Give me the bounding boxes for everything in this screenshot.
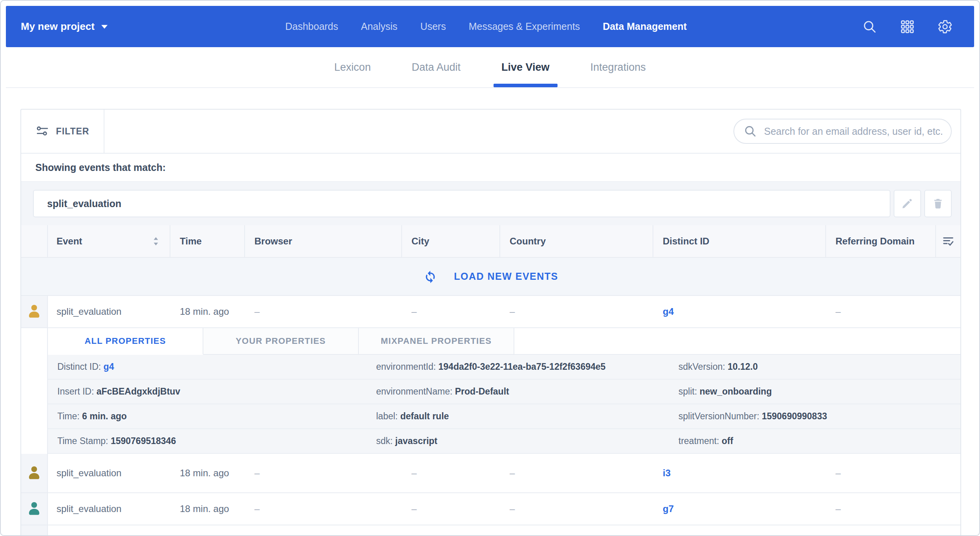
gear-icon[interactable] — [937, 19, 953, 35]
cell-country: – — [500, 454, 653, 492]
cell-country: – — [500, 296, 653, 327]
edit-filter-button[interactable] — [894, 190, 921, 217]
property-value: new_onboarding — [700, 386, 772, 396]
property-value: 1590690990833 — [762, 411, 827, 421]
search-input[interactable] — [763, 125, 947, 138]
property: environmentId: 194da2f0-3e22-11ea-ba75-1… — [367, 362, 669, 372]
header-label: Browser — [254, 236, 292, 247]
property-value: 10.12.0 — [728, 362, 758, 372]
property-row: Time: 6 min. ago label: default rule spl… — [48, 404, 960, 429]
property-row: Insert ID: aFcBEAdgxkdjBtuv environmentN… — [48, 380, 960, 404]
sliders-icon — [36, 125, 49, 138]
distinct-id-link[interactable]: g7 — [663, 503, 674, 514]
filter-button-label: FILTER — [56, 126, 90, 137]
event-details-panel: ALL PROPERTIES YOUR PROPERTIES MIXPANEL … — [21, 328, 960, 454]
load-events-row: LOAD NEW EVENTS — [21, 258, 960, 296]
distinct-id-link[interactable]: g4 — [663, 306, 674, 317]
apps-grid-icon[interactable] — [900, 19, 915, 35]
delete-filter-button[interactable] — [924, 190, 952, 217]
tab-label: Live View — [501, 61, 550, 73]
cell-spacer — [936, 296, 960, 327]
event-filter-section: split_evaluation — [21, 181, 960, 225]
cell-browser: – — [245, 454, 402, 492]
property-label: splitVersionNumber: — [678, 411, 759, 421]
showing-events-heading: Showing events that match: — [35, 162, 166, 173]
nav-messages-experiments[interactable]: Messages & Experiments — [469, 21, 580, 32]
property-label: label: — [376, 411, 398, 421]
event-filter-chip[interactable]: split_evaluation — [33, 190, 890, 217]
tab-label: MIXPANEL PROPERTIES — [381, 336, 492, 346]
search-icon[interactable] — [862, 19, 878, 35]
property-label: split: — [678, 386, 697, 396]
events-table-header: Event Time Browser City Country Distinct… — [21, 225, 960, 258]
property: Time: 6 min. ago — [48, 411, 367, 422]
header-time: Time — [170, 225, 245, 257]
user-avatar-cell[interactable] — [21, 493, 48, 525]
event-search — [733, 119, 952, 144]
nav-data-management[interactable]: Data Management — [603, 21, 687, 32]
project-switcher[interactable]: My new project — [21, 20, 108, 33]
pencil-icon — [901, 197, 914, 210]
filter-button[interactable]: FILTER — [21, 110, 104, 153]
property-value: aFcBEAdgxkdjBtuv — [97, 386, 180, 396]
property-label: Time: — [57, 411, 80, 421]
property: label: default rule — [367, 411, 669, 422]
cell-event[interactable]: split_evaluation — [48, 454, 170, 492]
tab-all-properties[interactable]: ALL PROPERTIES — [48, 328, 203, 355]
nav-users[interactable]: Users — [420, 21, 446, 32]
property-label: Time Stamp: — [57, 436, 108, 446]
property: Time Stamp: 1590769518346 — [48, 436, 367, 446]
trash-icon — [932, 197, 944, 210]
nav-dashboards[interactable]: Dashboards — [285, 21, 338, 32]
column-settings-icon — [942, 235, 955, 248]
properties-tabs: ALL PROPERTIES YOUR PROPERTIES MIXPANEL … — [48, 328, 960, 355]
event-row: split_evaluation 18 min. ago – – – g4 – — [21, 296, 960, 328]
primary-nav: Dashboards Analysis Users Messages & Exp… — [285, 6, 687, 47]
showing-events-heading-row: Showing events that match: — [21, 154, 960, 181]
data-management-subnav: Lexicon Data Audit Live View Integration… — [6, 47, 974, 88]
tab-your-properties[interactable]: YOUR PROPERTIES — [203, 328, 359, 355]
tab-live-view[interactable]: Live View — [500, 47, 551, 87]
cell-time: 18 min. ago — [170, 454, 245, 492]
sort-icon[interactable] — [152, 236, 160, 246]
person-icon — [26, 303, 42, 320]
column-settings-button[interactable] — [936, 225, 960, 257]
tab-label: Data Audit — [411, 61, 461, 73]
header-distinct-id: Distinct ID — [653, 225, 826, 257]
load-new-events-button[interactable]: LOAD NEW EVENTS — [421, 269, 561, 284]
user-avatar-cell[interactable] — [21, 454, 48, 492]
cell-distinct-id: i3 — [653, 454, 826, 492]
user-avatar-cell[interactable] — [21, 296, 48, 327]
property: sdk: javascript — [367, 436, 669, 446]
tab-data-audit[interactable]: Data Audit — [410, 47, 462, 87]
live-view-card: FILTER Showing events that match: split_… — [20, 109, 961, 535]
filter-toolbar: FILTER — [21, 110, 960, 154]
app-window: My new project Dashboards Analysis Users… — [0, 0, 980, 536]
property-label: environmentId: — [376, 362, 436, 372]
refresh-icon — [423, 270, 437, 284]
event-row: split_evaluation 18 min. ago – – – g7 – — [21, 493, 960, 525]
tab-label: Lexicon — [334, 61, 371, 73]
cell-spacer — [936, 454, 960, 492]
event-filter-value: split_evaluation — [47, 198, 121, 209]
tab-lexicon[interactable]: Lexicon — [333, 47, 372, 87]
property-value: default rule — [400, 411, 449, 421]
cell-country: – — [500, 493, 653, 525]
property-value: 6 min. ago — [82, 411, 127, 421]
tab-label: YOUR PROPERTIES — [236, 336, 325, 346]
header-event[interactable]: Event — [48, 225, 170, 257]
load-new-events-label: LOAD NEW EVENTS — [454, 271, 558, 282]
cell-event[interactable]: split_evaluation — [48, 493, 170, 525]
tab-integrations[interactable]: Integrations — [589, 47, 647, 87]
property-value: Prod-Default — [455, 386, 509, 396]
distinct-id-link[interactable]: i3 — [663, 468, 671, 479]
tab-mixpanel-properties[interactable]: MIXPANEL PROPERTIES — [359, 328, 514, 355]
property-value: off — [722, 436, 733, 446]
property-value-link[interactable]: g4 — [104, 362, 114, 372]
property-value: 1590769518346 — [111, 436, 176, 446]
property-value: 194da2f0-3e22-11ea-ba75-12f2f63694e5 — [439, 362, 606, 372]
cell-browser: – — [245, 296, 402, 327]
cell-event[interactable]: split_evaluation — [48, 296, 170, 327]
nav-analysis[interactable]: Analysis — [361, 21, 397, 32]
event-row-partial — [21, 525, 960, 536]
